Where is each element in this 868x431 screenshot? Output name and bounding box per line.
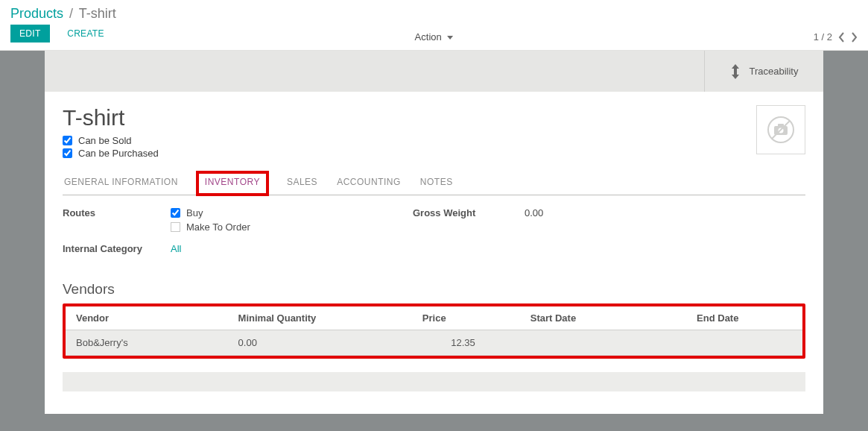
inventory-form: Routes Buy Make To Order [63,207,805,260]
col-min-qty[interactable]: Minimal Quantity [228,306,412,330]
tab-sales[interactable]: SALES [285,171,319,195]
vendors-section-title: Vendors [63,281,805,298]
cell-min-qty: 0.00 [228,330,412,356]
internal-category-label: Internal Category [63,243,171,254]
tabs: GENERAL INFORMATION INVENTORY SALES ACCO… [63,171,805,195]
cell-start-date [486,330,633,356]
vendors-table: Vendor Minimal Quantity Price Start Date… [66,306,802,356]
traceability-button[interactable]: Traceability [704,51,823,92]
tab-general-information[interactable]: GENERAL INFORMATION [63,171,180,195]
breadcrumb-root[interactable]: Products [10,6,63,21]
edit-button[interactable]: EDIT [10,25,50,43]
cell-price: 12.35 [412,330,486,356]
can-be-sold-label: Can be Sold [78,135,132,146]
gross-weight-label: Gross Weight [413,207,525,218]
product-image-placeholder[interactable] [756,105,805,154]
route-mto-input[interactable] [171,222,180,232]
col-vendor[interactable]: Vendor [66,306,228,330]
cell-vendor: Bob&Jerry's [66,330,228,356]
can-be-sold-input[interactable] [63,136,72,145]
internal-category-value[interactable]: All [171,243,181,254]
route-buy-checkbox[interactable]: Buy [171,207,250,218]
breadcrumb: Products / T-shirt [10,6,116,22]
updown-arrow-icon [730,63,741,80]
can-be-purchased-checkbox[interactable]: Can be Purchased [63,148,159,159]
vendors-highlight: Vendor Minimal Quantity Price Start Date… [63,303,805,359]
breadcrumb-current: T-shirt [79,6,116,21]
tab-notes[interactable]: NOTES [419,171,454,195]
page-background: Traceability T-shirt Can be Sold Can be … [0,51,868,431]
route-buy-label: Buy [186,207,203,218]
svg-rect-2 [778,124,784,127]
breadcrumb-sep: / [69,6,73,21]
topbar: Products / T-shirt EDIT CREATE Action 1 … [0,0,868,51]
pager-next-button[interactable] [851,32,858,43]
card-statusbar: Traceability [45,51,823,92]
action-label: Action [415,31,442,43]
gross-weight-value: 0.00 [525,207,543,218]
tab-accounting[interactable]: ACCOUNTING [335,171,402,195]
camera-off-icon [766,115,796,145]
caret-down-icon [447,36,453,40]
col-price[interactable]: Price [412,306,486,330]
can-be-purchased-input[interactable] [63,148,72,158]
tab-inventory[interactable]: INVENTORY [205,177,260,187]
chevron-left-icon [838,32,845,43]
pager: 1 / 2 [814,31,858,43]
tab-inventory-highlight: INVENTORY [196,171,269,196]
can-be-purchased-label: Can be Purchased [78,148,159,159]
route-mto-checkbox[interactable]: Make To Order [171,221,250,233]
route-buy-input[interactable] [171,208,180,218]
product-title: T-shirt [63,105,159,130]
col-end-date[interactable]: End Date [633,306,802,330]
cell-end-date [633,330,802,356]
table-row[interactable]: Bob&Jerry's 0.00 12.35 [66,330,802,356]
form-card: Traceability T-shirt Can be Sold Can be … [45,51,823,414]
action-dropdown[interactable]: Action [415,31,454,43]
can-be-sold-checkbox[interactable]: Can be Sold [63,135,159,146]
traceability-label: Traceability [750,66,799,77]
toolbar: EDIT CREATE [10,25,112,43]
pager-text: 1 / 2 [814,31,832,43]
create-button[interactable]: CREATE [60,25,112,43]
col-start-date[interactable]: Start Date [486,306,633,330]
footer-bar [63,372,805,391]
route-mto-label: Make To Order [186,221,250,233]
pager-prev-button[interactable] [838,32,845,43]
routes-label: Routes [63,207,171,236]
chevron-right-icon [851,32,858,43]
